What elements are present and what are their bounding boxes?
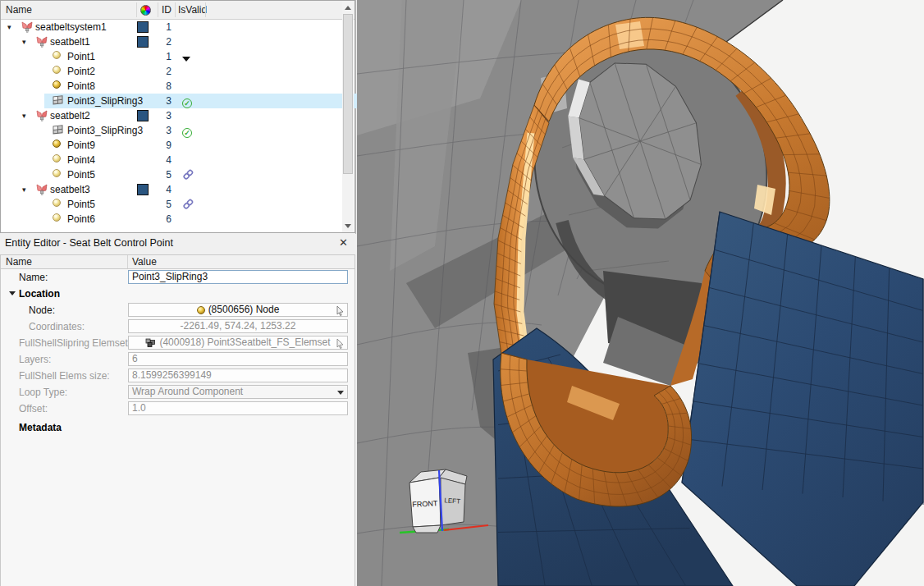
tree-item-label[interactable]: Point5 <box>67 167 95 182</box>
offset-value: 1.0 <box>128 401 348 415</box>
tree-row[interactable]: Point88 <box>1 79 342 94</box>
editor-col-name: Name <box>6 256 32 268</box>
field-row-elemset: FullShellSlipring Elemset: (4000918) Poi… <box>1 335 355 351</box>
tree-column-name[interactable]: Name <box>6 4 32 16</box>
point-icon <box>53 140 61 148</box>
up-arrow-icon <box>345 6 351 10</box>
pointer-cursor-icon <box>336 306 345 316</box>
scroll-down-button[interactable] <box>342 220 354 232</box>
looptype-value: Wrap Around Component <box>132 386 243 397</box>
point-icon <box>53 169 61 177</box>
looptype-dropdown[interactable]: Wrap Around Component <box>128 385 348 399</box>
tree-item-id: 5 <box>132 167 172 182</box>
point-icon <box>53 66 61 74</box>
entity-browser-tree: Name ID IsValid ▾seatbeltsystem11▾seatbe… <box>0 0 355 233</box>
tree-item-id: 1 <box>132 49 172 64</box>
tree-row[interactable]: Point55 <box>1 197 342 212</box>
point-icon <box>53 51 61 59</box>
application-window: { "tree": { "header": { "name": "Name", … <box>0 0 924 586</box>
tree-row[interactable]: ▾seatbelt23 <box>1 108 342 123</box>
field-row-name: Name: Point3_SlipRing3 <box>1 269 355 286</box>
tree-expander-icon[interactable]: ▾ <box>22 182 26 197</box>
tree-item-label[interactable]: Point8 <box>67 79 95 94</box>
tree-item-label[interactable]: seatbeltsystem1 <box>35 20 107 34</box>
tree-item-id: 3 <box>132 123 172 138</box>
node-sphere-icon <box>197 306 205 314</box>
scroll-up-button[interactable] <box>342 2 354 14</box>
tree-item-id: 6 <box>132 212 172 227</box>
3d-viewport[interactable]: FRONT LEFT <box>357 0 924 586</box>
tree-scrollbar[interactable] <box>342 2 354 232</box>
tree-item-label[interactable]: Point6 <box>67 212 95 227</box>
tree-item-id: 1 <box>132 20 172 34</box>
tree-expander-icon[interactable]: ▾ <box>22 108 26 123</box>
field-row-coordinates: Coordinates: -2261.49, 574.24, 1253.22 <box>1 318 355 335</box>
tree-item-label[interactable]: Point1 <box>67 49 95 64</box>
element-set-cubes-icon <box>145 338 156 348</box>
down-arrow-icon <box>345 224 351 228</box>
tree-row[interactable]: ▾seatbelt34 <box>1 182 342 197</box>
tree-item-id: 5 <box>132 197 172 212</box>
collapse-arrow-icon[interactable] <box>9 291 16 295</box>
editor-column-header: Name Value <box>1 255 355 269</box>
tree-item-id: 2 <box>132 64 172 79</box>
tree-column-isvalid[interactable]: IsValid <box>178 4 207 16</box>
tree-row[interactable]: Point99 <box>1 138 342 153</box>
field-row-node: Node: (8500656) Node <box>1 302 355 318</box>
column-separator <box>136 2 137 17</box>
metadata-section-label: Metadata <box>19 422 62 433</box>
tree-expander-icon[interactable]: ▾ <box>22 34 26 49</box>
entity-editor-titlebar: Entity Editor - Seat Belt Control Point … <box>0 234 356 254</box>
tree-row[interactable]: Point66 <box>1 212 342 227</box>
tree-item-label[interactable]: seatbelt3 <box>50 182 90 197</box>
tree-row[interactable]: Point55 <box>1 167 342 182</box>
seatbelt-icon <box>36 110 48 121</box>
name-input[interactable]: Point3_SlipRing3 <box>128 270 348 284</box>
left-panel: Name ID IsValid ▾seatbeltsystem11▾seatbe… <box>0 0 356 586</box>
tree-expander-icon[interactable]: ▾ <box>7 20 11 34</box>
tree-row[interactable]: Point11 <box>1 49 342 64</box>
tree-row[interactable]: Point3_SlipRing33✓ <box>1 94 342 108</box>
link-icon <box>182 169 194 181</box>
tree-item-id: 3 <box>132 94 172 108</box>
tree-item-label[interactable]: seatbelt1 <box>50 34 90 49</box>
tree-row[interactable]: Point44 <box>1 153 342 167</box>
validity-dropdown-icon[interactable] <box>182 57 190 62</box>
elemset-value: (4000918) Point3Seatbelt_FS_Elemset <box>159 336 330 349</box>
point-icon <box>53 80 61 89</box>
section-row-location[interactable]: Location <box>1 286 355 302</box>
tree-item-label[interactable]: Point9 <box>67 138 95 153</box>
pointer-cursor-icon <box>336 339 345 349</box>
tree-column-id[interactable]: ID <box>139 4 172 16</box>
point-icon <box>53 213 61 222</box>
entity-editor-panel: Entity Editor - Seat Belt Control Point … <box>0 234 356 586</box>
tree-item-id: 8 <box>132 79 172 94</box>
chevron-down-icon <box>337 391 344 395</box>
seatbelt-icon <box>36 184 48 195</box>
coordinates-field-label: Coordinates: <box>29 321 85 332</box>
tree-item-label[interactable]: seatbelt2 <box>50 108 90 123</box>
tree-row[interactable]: Point22 <box>1 64 342 79</box>
elemset-picker[interactable]: (4000918) Point3Seatbelt_FS_Elemset <box>128 336 348 350</box>
tree-item-label[interactable]: Point2 <box>67 64 95 79</box>
layers-value: 6 <box>128 352 348 366</box>
cube-front-label: FRONT <box>412 499 438 509</box>
node-field-label: Node: <box>29 304 55 316</box>
location-section-label: Location <box>19 288 60 300</box>
field-row-offset: Offset: 1.0 <box>1 401 355 417</box>
tree-item-label[interactable]: Point5 <box>67 197 95 212</box>
point-icon <box>53 154 61 163</box>
tree-row[interactable]: ▾seatbelt12 <box>1 34 342 49</box>
tree-row[interactable]: Point3_SlipRing33✓ <box>1 123 342 138</box>
tree-item-label[interactable]: Point4 <box>67 153 95 167</box>
tree-item-id: 2 <box>132 34 172 49</box>
column-separator <box>205 2 206 17</box>
field-row-layers: Layers: 6 <box>1 351 355 368</box>
slipring-icon <box>53 95 64 106</box>
section-row-metadata[interactable]: Metadata <box>1 417 355 437</box>
tree-row[interactable]: ▾seatbeltsystem11 <box>1 20 342 34</box>
node-picker[interactable]: (8500656) Node <box>128 303 348 317</box>
scrollbar-thumb[interactable] <box>343 14 353 174</box>
close-icon[interactable]: ✕ <box>339 236 348 249</box>
editor-col-value: Value <box>132 256 157 268</box>
